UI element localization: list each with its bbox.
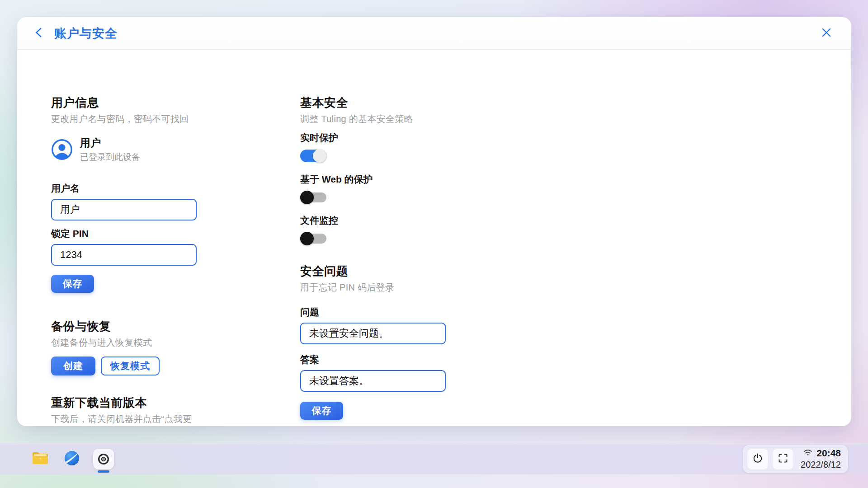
realtime-protection-toggle[interactable]: [300, 149, 326, 163]
folder-icon: [32, 451, 49, 467]
taskbar: 20:48 2022/8/12: [0, 443, 868, 474]
user-name: 用户: [80, 136, 140, 150]
chevron-left-icon: [32, 26, 46, 41]
close-button[interactable]: [817, 24, 836, 43]
pin-input[interactable]: [51, 244, 197, 266]
web-protection-toggle[interactable]: [300, 190, 326, 205]
fullscreen-icon: [778, 453, 788, 465]
toggle-knob: [300, 191, 314, 204]
save-user-button[interactable]: 保存: [51, 275, 94, 293]
settings-window: 账户与安全 用户信息 更改用户名与密码，密码不可找回: [17, 17, 851, 426]
redownload-subtitle: 下载后，请关闭机器并点击“点我更新.bat”: [51, 413, 205, 426]
power-icon: [752, 453, 763, 465]
left-column: 用户信息 更改用户名与密码，密码不可找回 用户 已登录到此设备: [51, 50, 205, 426]
toggle-knob: [300, 232, 314, 245]
backup-heading: 备份与恢复: [51, 319, 205, 334]
current-user-row: 用户 已登录到此设备: [51, 136, 205, 163]
taskbar-item-settings-app[interactable]: [93, 446, 114, 472]
create-backup-button[interactable]: 创建: [51, 357, 95, 375]
camera-app-icon: [93, 449, 114, 469]
taskbar-item-browser[interactable]: [61, 446, 82, 472]
basic-security-heading: 基本安全: [300, 95, 454, 111]
backup-subtitle: 创建备份与进入恢复模式: [51, 337, 205, 349]
file-monitor-toggle[interactable]: [300, 231, 326, 246]
back-button[interactable]: [30, 24, 48, 42]
web-protection-label: 基于 Web 的保护: [300, 173, 454, 186]
username-input[interactable]: [51, 199, 197, 221]
security-question-heading: 安全问题: [300, 263, 454, 279]
question-label: 问题: [300, 306, 454, 319]
right-column: 基本安全 调整 Tuling 的基本安全策略 实时保护 基于 Web 的保护 文…: [300, 50, 454, 420]
clock-area[interactable]: 20:48 2022/8/12: [801, 447, 841, 470]
username-label: 用户名: [51, 182, 205, 195]
clock-date: 2022/8/12: [801, 459, 841, 470]
redownload-heading: 重新下载当前版本: [51, 395, 205, 411]
realtime-protection-label: 实时保护: [300, 131, 454, 144]
clock-time: 20:48: [816, 447, 841, 459]
browser-globe-icon: [63, 450, 80, 469]
user-avatar-icon: [51, 139, 73, 160]
toggle-knob: [313, 149, 326, 163]
taskbar-item-files[interactable]: [30, 446, 51, 472]
user-info-heading: 用户信息: [51, 95, 205, 111]
window-header: 账户与安全: [17, 17, 851, 50]
file-monitor-label: 文件监控: [300, 214, 454, 227]
security-question-subtitle: 用于忘记 PIN 码后登录: [300, 282, 454, 294]
question-input[interactable]: [300, 323, 446, 344]
basic-security-subtitle: 调整 Tuling 的基本安全策略: [300, 113, 454, 125]
user-meta: 用户 已登录到此设备: [80, 136, 140, 163]
backup-buttons: 创建 恢复模式: [51, 357, 205, 375]
close-icon: [821, 27, 832, 40]
recovery-mode-button[interactable]: 恢复模式: [101, 357, 160, 375]
user-info-subtitle: 更改用户名与密码，密码不可找回: [51, 113, 205, 125]
answer-input[interactable]: [300, 370, 446, 392]
wifi-icon: [803, 449, 812, 458]
save-question-button[interactable]: 保存: [300, 402, 343, 420]
active-app-indicator: [98, 470, 109, 473]
user-status: 已登录到此设备: [80, 151, 140, 163]
page-title: 账户与安全: [54, 25, 118, 42]
answer-label: 答案: [300, 353, 454, 366]
taskbar-app-icons: [30, 446, 114, 472]
power-button[interactable]: [747, 449, 768, 469]
system-tray: 20:48 2022/8/12: [743, 445, 848, 473]
pin-label: 锁定 PIN: [51, 227, 205, 240]
settings-content: 用户信息 更改用户名与密码，密码不可找回 用户 已登录到此设备: [17, 50, 851, 426]
fullscreen-button[interactable]: [773, 449, 793, 469]
